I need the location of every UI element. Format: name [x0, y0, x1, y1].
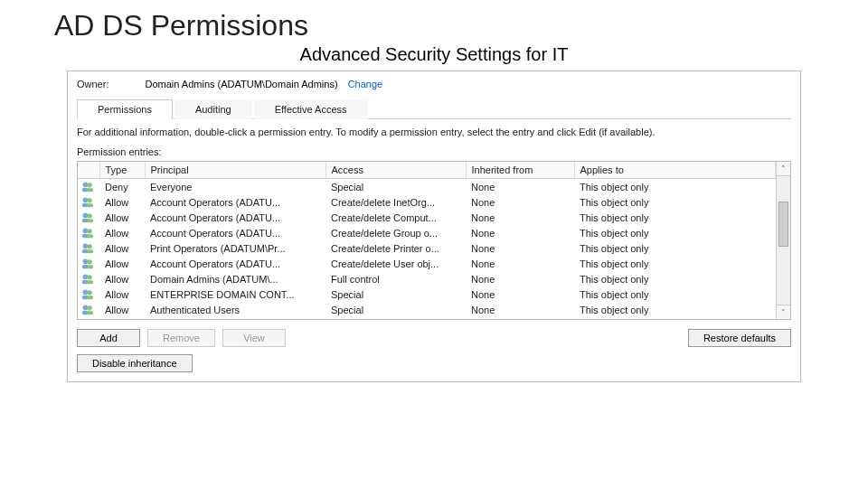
group-icon	[81, 211, 94, 224]
table-row[interactable]: AllowSYSTEMFull controlNoneThis object o…	[78, 318, 776, 319]
permission-table[interactable]: Type Principal Access Inherited from App…	[78, 162, 776, 319]
cell-type: Allow	[99, 303, 145, 318]
svg-point-24	[83, 275, 89, 280]
cell-inherited: None	[466, 256, 574, 271]
svg-point-32	[83, 305, 89, 311]
owner-row: Owner: Domain Admins (ADATUM\Domain Admi…	[77, 79, 791, 89]
cell-type: Allow	[99, 318, 145, 319]
svg-rect-23	[87, 265, 93, 268]
cell-applies: This object only	[574, 256, 776, 271]
svg-point-25	[88, 275, 92, 279]
col-applies-header[interactable]: Applies to	[574, 162, 776, 179]
svg-point-13	[88, 229, 92, 233]
cell-access: Create/delete User obj...	[326, 256, 466, 271]
cell-access: Special	[326, 287, 466, 303]
col-inherited-header[interactable]: Inherited from	[466, 162, 574, 179]
cell-principal: Account Operators (ADATU...	[145, 210, 326, 225]
svg-point-5	[88, 198, 92, 202]
scroll-up-button[interactable]: ˄	[777, 162, 790, 176]
col-principal-header[interactable]: Principal	[145, 162, 326, 179]
svg-rect-15	[87, 234, 93, 238]
svg-rect-31	[87, 296, 93, 300]
cell-principal: ENTERPRISE DOMAIN CONT...	[145, 287, 326, 303]
table-row[interactable]: AllowAuthenticated UsersSpecialNoneThis …	[78, 303, 776, 318]
col-access-header[interactable]: Access	[326, 162, 466, 179]
table-row[interactable]: AllowAccount Operators (ADATU...Create/d…	[78, 194, 776, 210]
cell-type: Allow	[99, 194, 145, 210]
svg-point-20	[83, 259, 89, 265]
svg-point-33	[88, 306, 92, 311]
scroll-down-button[interactable]: ˅	[777, 305, 790, 319]
dialog-title: Advanced Security Settings for IT	[0, 44, 868, 65]
cell-type: Allow	[99, 272, 145, 287]
restore-defaults-button[interactable]: Restore defaults	[688, 329, 791, 347]
svg-point-21	[88, 259, 92, 264]
cell-applies: This object only	[574, 318, 776, 319]
cell-applies: This object only	[574, 287, 776, 303]
cell-inherited: None	[466, 240, 574, 256]
svg-rect-11	[87, 219, 93, 222]
disable-inheritance-button[interactable]: Disable inheritance	[77, 354, 193, 372]
slide-title: AD DS Permissions	[54, 9, 868, 42]
col-icon-header[interactable]	[78, 162, 99, 179]
entries-label: Permission entries:	[77, 146, 791, 157]
svg-point-29	[88, 290, 92, 295]
cell-access: Create/delete InetOrg...	[326, 194, 466, 210]
cell-principal: Everyone	[145, 179, 326, 195]
add-button[interactable]: Add	[77, 329, 140, 347]
cell-access: Full control	[326, 272, 466, 287]
cell-principal: Authenticated Users	[145, 303, 326, 318]
table-scrollbar[interactable]: ˄ ˅	[776, 162, 790, 319]
table-row[interactable]: AllowENTERPRISE DOMAIN CONT...SpecialNon…	[78, 287, 776, 303]
owner-change-link[interactable]: Change	[348, 79, 383, 89]
remove-button[interactable]: Remove	[147, 329, 215, 347]
info-text: For additional information, double-click…	[77, 127, 791, 137]
table-row[interactable]: DenyEveryoneSpecialNoneThis object only	[78, 179, 776, 195]
group-icon	[81, 288, 94, 301]
cell-applies: This object only	[574, 179, 776, 195]
cell-applies: This object only	[574, 194, 776, 210]
permission-table-wrap: Type Principal Access Inherited from App…	[77, 161, 791, 320]
security-dialog: Owner: Domain Admins (ADATUM\Domain Admi…	[67, 70, 801, 382]
group-icon	[81, 227, 94, 239]
cell-inherited: None	[466, 194, 574, 210]
table-row[interactable]: AllowAccount Operators (ADATU...Create/d…	[78, 256, 776, 271]
svg-rect-27	[87, 280, 93, 284]
cell-inherited: None	[466, 210, 574, 225]
col-type-header[interactable]: Type	[99, 162, 145, 179]
cell-applies: This object only	[574, 225, 776, 240]
cell-principal: Account Operators (ADATU...	[145, 225, 326, 240]
scroll-thumb[interactable]	[778, 202, 788, 247]
scroll-track[interactable]	[777, 176, 790, 305]
cell-principal: Account Operators (ADATU...	[145, 256, 326, 271]
table-row[interactable]: AllowDomain Admins (ADATUM\...Full contr…	[78, 272, 776, 287]
cell-inherited: None	[466, 303, 574, 318]
chevron-down-icon: ˅	[781, 308, 786, 317]
cell-principal: Domain Admins (ADATUM\...	[145, 272, 326, 287]
view-button[interactable]: View	[222, 329, 286, 347]
svg-point-17	[88, 244, 92, 249]
owner-label: Owner:	[77, 79, 108, 89]
table-row[interactable]: AllowAccount Operators (ADATU...Create/d…	[78, 210, 776, 225]
tab-auditing[interactable]: Auditing	[175, 99, 252, 119]
cell-access: Full control	[326, 318, 466, 319]
chevron-up-icon: ˄	[781, 164, 786, 174]
cell-type: Allow	[99, 256, 145, 271]
cell-type: Allow	[99, 240, 145, 256]
svg-point-28	[83, 290, 89, 296]
cell-applies: This object only	[574, 210, 776, 225]
cell-type: Allow	[99, 225, 145, 240]
cell-principal: SYSTEM	[145, 318, 326, 319]
cell-inherited: None	[466, 272, 574, 287]
tab-effective-access[interactable]: Effective Access	[254, 99, 368, 119]
tab-permissions[interactable]: Permissions	[77, 99, 173, 119]
cell-access: Special	[326, 303, 466, 318]
table-row[interactable]: AllowPrint Operators (ADATUM\Pr...Create…	[78, 240, 776, 256]
group-icon	[81, 304, 94, 316]
table-row[interactable]: AllowAccount Operators (ADATU...Create/d…	[78, 225, 776, 240]
tab-strip: Permissions Auditing Effective Access	[77, 99, 791, 119]
svg-point-16	[83, 244, 89, 249]
cell-type: Allow	[99, 287, 145, 303]
group-icon	[81, 181, 94, 193]
svg-point-8	[83, 212, 89, 218]
